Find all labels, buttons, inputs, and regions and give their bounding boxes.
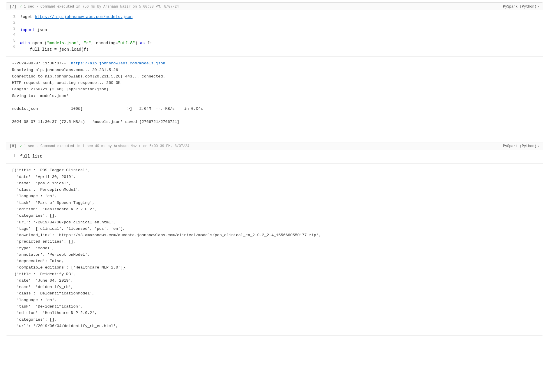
cell-8-code[interactable]: full_list (18, 150, 543, 163)
cell-7-exec-left: [7] ✓ 1 sec - Command executed in 756 ms… (10, 4, 179, 9)
cell-8-exec-bar: [8] ✓ 1 sec - Command executed in 1 sec … (6, 142, 543, 150)
cell-7-chevron-icon: ▾ (538, 5, 539, 8)
cell-8: [8] ✓ 1 sec - Command executed in 1 sec … (6, 142, 543, 336)
cell-7-number: [7] (10, 4, 18, 9)
cell-7-exec-right[interactable]: PySpark (Python) ▾ (503, 5, 539, 9)
cell-7-line-numbers: 1 2 3 4 5 6 (6, 10, 18, 56)
cell-8-input: 1 full_list (6, 150, 543, 163)
cell-spacer-1 (0, 134, 549, 140)
cell-8-output: [{'title': 'POS Tagger Clinical', 'date'… (6, 163, 543, 335)
notebook-container: [7] ✓ 1 sec - Command executed in 756 ms… (0, 2, 549, 392)
cell-7-exec-info: 1 sec - Command executed in 756 ms by Ar… (24, 5, 179, 9)
cell-7-code[interactable]: !wget https://nlp.johnsnowlabs.com/model… (18, 10, 543, 56)
cell-8-exec-info: 1 sec - Command executed in 1 sec 40 ms … (24, 144, 189, 148)
cell-8-exec-right[interactable]: PySpark (Python) ▾ (503, 144, 539, 148)
cell-7-input: 1 2 3 4 5 6 !wget https://nlp.johnsnowla… (6, 10, 543, 56)
cell-8-line-numbers: 1 (6, 150, 18, 163)
cell-7-runtime-label: PySpark (Python) (503, 5, 536, 9)
cell-8-exec-left: [8] ✓ 1 sec - Command executed in 1 sec … (10, 144, 189, 149)
cell-7: [7] ✓ 1 sec - Command executed in 756 ms… (6, 2, 543, 131)
cell-7-output: --2024-08-07 11:30:37-- https://nlp.john… (6, 56, 543, 131)
cell-8-chevron-icon: ▾ (538, 144, 539, 148)
cell-7-check-icon: ✓ (20, 4, 22, 9)
cell-7-exec-bar: [7] ✓ 1 sec - Command executed in 756 ms… (6, 3, 543, 10)
cell-8-runtime-label: PySpark (Python) (503, 144, 536, 148)
cell-8-check-icon: ✓ (20, 144, 22, 149)
cell-8-number: [8] (10, 144, 18, 148)
